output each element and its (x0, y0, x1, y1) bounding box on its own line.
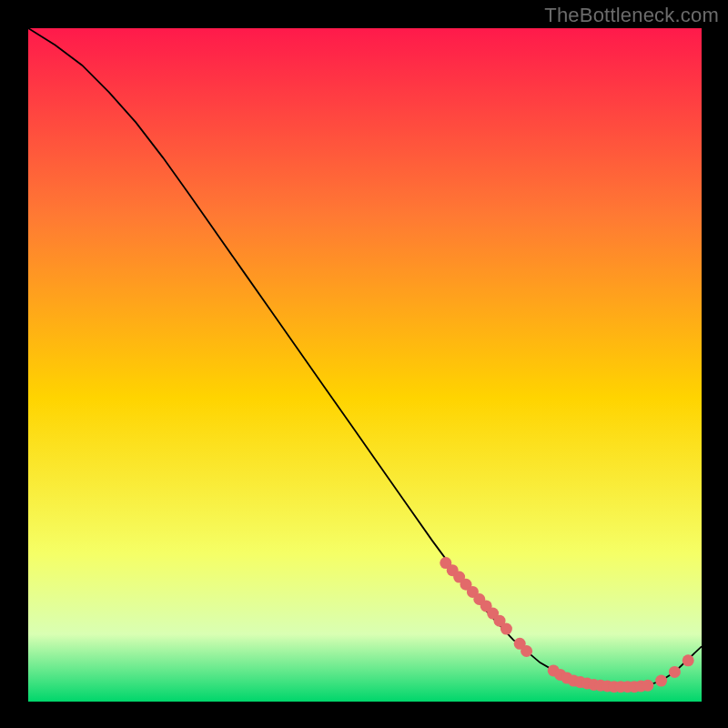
data-marker (669, 666, 681, 678)
data-marker (642, 680, 653, 692)
chart-plot (28, 28, 702, 702)
data-marker (655, 675, 667, 687)
gradient-background (28, 28, 702, 702)
chart-container: TheBottleneck.com (0, 0, 728, 728)
data-marker (500, 623, 512, 635)
data-marker (682, 654, 694, 666)
data-marker (521, 645, 532, 657)
watermark-text: TheBottleneck.com (544, 4, 719, 27)
